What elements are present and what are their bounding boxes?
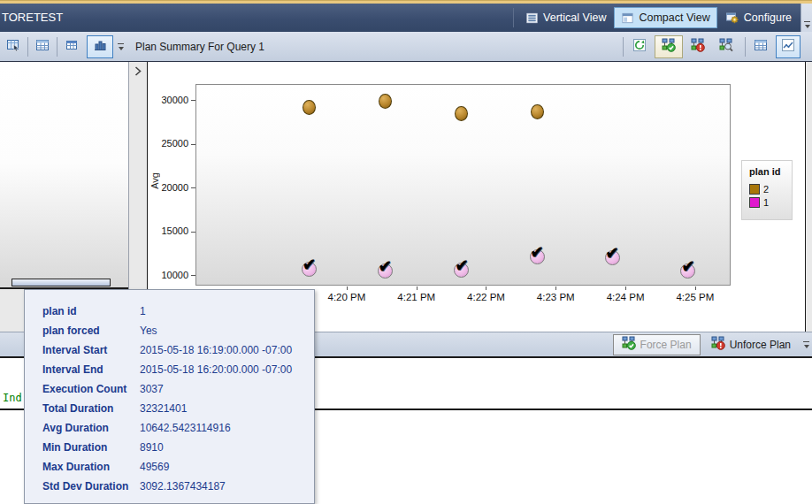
- data-point-plan-1[interactable]: [302, 262, 317, 277]
- x-tick-label: 4:23 PM: [537, 292, 575, 302]
- shrink-plan-grid-button[interactable]: [2, 35, 25, 58]
- tooltip-row: Total Duration32321401: [42, 399, 314, 418]
- data-point-plan-1[interactable]: [378, 263, 393, 279]
- configure-button[interactable]: Configure: [719, 7, 798, 28]
- x-tick-label: 4:21 PM: [397, 292, 435, 302]
- compact-view-label: Compact View: [639, 11, 709, 24]
- tooltip-row: plan forcedYes: [42, 321, 314, 340]
- left-chart-pane: [0, 62, 128, 289]
- tooltip-row-value: 8910: [140, 441, 164, 454]
- x-tick-label: 4:24 PM: [607, 292, 645, 302]
- configure-label: Configure: [744, 11, 792, 24]
- y-tick-label: 25000: [148, 138, 188, 149]
- data-point-plan-2[interactable]: [379, 94, 392, 109]
- y-tick-label: 15000: [148, 225, 188, 236]
- tooltip-row-label: plan forced: [42, 325, 140, 337]
- unforce-plan-label: Unforce Plan: [730, 339, 791, 351]
- unforce-plan-toolbar-button[interactable]: [686, 35, 709, 58]
- query-text: Ind: [3, 392, 22, 404]
- tooltip-row: Min Duration8910: [42, 438, 314, 457]
- data-point-plan-1[interactable]: [605, 250, 620, 265]
- grid-view-button[interactable]: [31, 35, 54, 58]
- data-point-tooltip: plan id1plan forcedYesInterval Start2015…: [24, 289, 315, 504]
- tooltip-row: Avg Duration10642.5423114916: [42, 418, 314, 438]
- refresh-icon: [632, 38, 647, 56]
- tooltip-rows: plan id1plan forcedYesInterval Start2015…: [42, 302, 314, 496]
- tooltip-row-label: Execution Count: [42, 383, 140, 395]
- x-tick-label: 4:25 PM: [676, 292, 714, 302]
- tooltip-row-label: Total Duration: [42, 402, 140, 415]
- shrink-plan-grid-icon: [6, 38, 20, 56]
- grid-small-button[interactable]: [60, 35, 83, 58]
- overflow-chevron-icon[interactable]: [803, 21, 811, 30]
- overflow-chevron-icon[interactable]: [117, 43, 125, 52]
- compare-plan-magnifier-icon: [719, 38, 733, 56]
- tooltip-row: Interval End2015-05-18 16:20:00.000 -07:…: [42, 360, 314, 379]
- vertical-view-label: Vertical View: [543, 11, 606, 24]
- y-tick-mark: [191, 232, 195, 233]
- tooltip-row-value: 10642.5423114916: [140, 422, 231, 434]
- tooltip-row-label: Max Duration: [42, 461, 140, 473]
- tooltip-row-label: Interval End: [42, 363, 140, 376]
- right-margin: [807, 62, 812, 332]
- x-tick-mark: [347, 286, 348, 290]
- y-tick-label: 10000: [148, 270, 188, 280]
- chart-legend: plan id 21: [742, 161, 792, 219]
- expand-pane-chevron-icon[interactable]: [130, 64, 145, 79]
- tooltip-row-label: plan id: [42, 305, 140, 317]
- overflow-chevron-icon[interactable]: [802, 341, 810, 350]
- tooltip-row-label: Interval Start: [42, 344, 140, 356]
- tooltip-row-value: 32321401: [140, 402, 187, 415]
- x-tick-mark: [417, 286, 417, 290]
- tooltip-row-value: 3092.1367434187: [140, 480, 226, 493]
- force-plan-icon: [662, 38, 676, 56]
- bar-chart-view-button[interactable]: [87, 35, 113, 58]
- grid-results-button[interactable]: [749, 35, 772, 58]
- grid-view-icon: [35, 38, 50, 56]
- plan-summary-toolbar: Plan Summary For Query 1: [0, 32, 812, 62]
- data-point-plan-1[interactable]: [530, 249, 545, 264]
- configure-gear-icon: [725, 11, 739, 25]
- legend-title: plan id: [749, 166, 792, 177]
- legend-swatch: [749, 197, 760, 208]
- x-tick-label: 4:22 PM: [467, 292, 505, 302]
- legend-entry: 1: [749, 197, 792, 208]
- refresh-button[interactable]: [628, 35, 651, 58]
- tooltip-row-value: 49569: [140, 461, 169, 473]
- left-pane-scrollbar[interactable]: [11, 279, 111, 286]
- title-bar: TORETEST Vertical View Compact View Conf…: [0, 4, 812, 32]
- tooltip-row-value: 1: [140, 305, 146, 317]
- tooltip-row-value: 2015-05-18 16:20:00.000 -07:00: [140, 363, 292, 376]
- vertical-view-button[interactable]: Vertical View: [519, 7, 612, 28]
- separator: [57, 37, 57, 57]
- x-tick-mark: [695, 286, 696, 290]
- data-point-plan-2[interactable]: [531, 104, 544, 119]
- grid-results-icon: [754, 38, 768, 56]
- tooltip-row-label: Std Dev Duration: [42, 480, 140, 493]
- force-plan-button[interactable]: Force Plan: [613, 334, 701, 355]
- grid-small-icon: [65, 38, 79, 56]
- legend-label: 1: [763, 197, 769, 208]
- compact-view-button[interactable]: Compact View: [614, 7, 716, 28]
- tooltip-row-value: Yes: [140, 325, 157, 337]
- compare-plan-button[interactable]: [715, 35, 738, 58]
- x-tick-mark: [555, 286, 556, 290]
- y-tick-mark: [191, 187, 195, 188]
- separator: [623, 37, 624, 57]
- tooltip-row: Execution Count3037: [42, 379, 314, 399]
- tooltip-row: plan id1: [42, 302, 314, 321]
- query-store-window: TORETEST Vertical View Compact View Conf…: [0, 0, 812, 504]
- legend-swatch: [749, 184, 760, 195]
- separator: [513, 8, 514, 27]
- force-plan-toolbar-button[interactable]: [655, 35, 683, 58]
- force-plan-icon: [622, 336, 636, 353]
- legend-entries: 21: [749, 184, 792, 208]
- legend-entry: 2: [749, 184, 792, 195]
- vertical-view-icon: [525, 11, 539, 25]
- tooltip-row: Std Dev Duration3092.1367434187: [42, 477, 314, 496]
- compact-view-icon: [621, 11, 634, 25]
- unforce-plan-button[interactable]: Unforce Plan: [706, 334, 796, 355]
- tooltip-row: Max Duration49569: [42, 457, 314, 477]
- chart-results-button[interactable]: [776, 35, 801, 58]
- x-tick-mark: [486, 286, 486, 290]
